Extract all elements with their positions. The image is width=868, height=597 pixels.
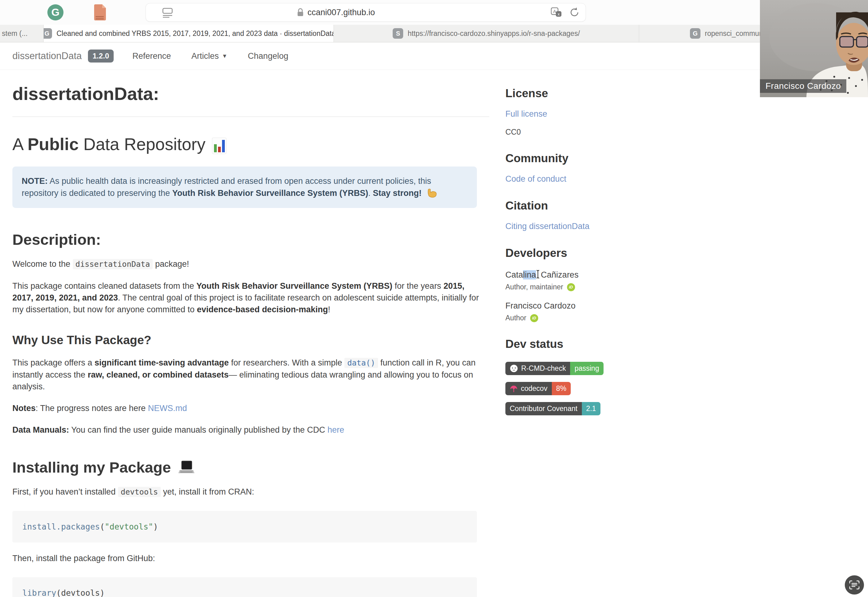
version-badge: 1.2.0 [88, 49, 114, 62]
nav-link-articles[interactable]: Articles▼ [191, 51, 227, 61]
cdc-manuals-link[interactable]: here [328, 425, 344, 435]
tab-favicon: S [393, 28, 403, 39]
svg-text:A: A [553, 9, 556, 14]
orcid-icon[interactable]: iD [567, 283, 575, 291]
badge-r-cmd-check[interactable]: R-CMD-check passing [505, 362, 603, 375]
code-block-install-devtools: install.packages("devtools") [12, 511, 477, 542]
full-license-link[interactable]: Full license [505, 109, 648, 119]
muscle-icon [426, 189, 437, 198]
tab-label: stem (... [2, 30, 28, 38]
citing-link[interactable]: Citing dissertationData [505, 221, 648, 231]
url-display: ccani007.github.io [297, 3, 375, 21]
tab-favicon: G [690, 28, 700, 39]
readme-main: dissertationData: A Public Data Reposito… [12, 70, 489, 597]
webcam-overlay: Francisco Cardozo [760, 0, 868, 97]
github-icon [510, 364, 518, 373]
code-block-install-github: library(devtools) install_github("ccani0… [12, 577, 477, 597]
tab-shinyapps[interactable]: S https://francisco-cardozo.shinyapps.io… [334, 25, 639, 42]
scan-icon [849, 580, 860, 590]
notes-line: Notes: The progress notes are here NEWS.… [12, 402, 486, 414]
developer-role: Author iD [505, 314, 648, 322]
badge-contributor-covenant[interactable]: Contributor Covenant 2.1 [505, 402, 600, 415]
site-brand[interactable]: dissertationData [12, 50, 82, 62]
codecov-icon [510, 385, 518, 393]
webcam-name-label: Francisco Cardozo [760, 79, 846, 93]
inline-code: data() [344, 358, 378, 368]
note-callout: NOTE: As public health data is increasin… [12, 166, 477, 208]
inline-code: dissertationData [73, 259, 153, 269]
citation-heading: Citation [505, 199, 648, 212]
svg-text:G: G [51, 6, 60, 18]
developer-name: Francisco Cardozo [505, 301, 648, 311]
data-manuals-line: Data Manuals: You can find the user guid… [12, 424, 486, 436]
dev-status-heading: Dev status [505, 338, 648, 350]
inline-code: devtools [118, 487, 161, 497]
grammarly-extension-icon[interactable]: G [47, 4, 64, 22]
developers-heading: Developers [505, 247, 648, 260]
tab-label: https://francisco-cardozo.shinyapps.io/r… [408, 30, 580, 38]
page-layout-icon[interactable] [162, 8, 173, 19]
nav-link-changelog[interactable]: Changelog [248, 51, 288, 61]
document-extension-icon[interactable] [93, 4, 107, 22]
tab-leftmost-partial[interactable]: stem (... [0, 25, 44, 42]
url-text: ccani007.github.io [308, 8, 375, 17]
code-of-conduct-link[interactable]: Code of conduct [505, 174, 648, 184]
welcome-paragraph: Welcome to the dissertationData package! [12, 258, 486, 270]
developer-role: Author, maintainer iD [505, 283, 648, 291]
text-selection: lina [523, 270, 536, 279]
install-cran-paragraph: First, if you haven’t installed devtools… [12, 486, 486, 498]
scan-summarize-button[interactable] [845, 575, 864, 594]
community-heading: Community [505, 152, 648, 165]
hero-heading: A Public Data Repository [12, 134, 489, 154]
description-paragraph: This package contains cleaned datasets f… [12, 280, 486, 315]
badge-codecov[interactable]: codecov 8% [505, 382, 571, 395]
sidebar: License Full license CC0 Community Code … [505, 70, 648, 415]
news-link[interactable]: NEWS.md [148, 404, 187, 413]
tab-dissertation-data-active[interactable]: G Cleaned and combined YRBS 2015, 2017, … [44, 25, 334, 42]
page-content: dissertationData: A Public Data Reposito… [0, 70, 868, 597]
developer-name: Catalina Cañizares [505, 270, 648, 280]
screen: G ccani007.github.io [0, 0, 868, 597]
tab-label: Cleaned and combined YRBS 2015, 2017, 20… [57, 30, 334, 38]
lock-icon [297, 8, 304, 17]
translate-icon[interactable]: A x [551, 7, 562, 17]
orcid-icon[interactable]: iD [530, 314, 538, 322]
installing-heading: Installing my Package [12, 459, 489, 476]
bar-chart-icon [212, 137, 227, 154]
laptop-icon [178, 460, 195, 474]
tab-strip: stem (... G Cleaned and combined YRBS 20… [0, 25, 868, 42]
why-use-paragraph: This package offers a significant time-s… [12, 357, 486, 392]
svg-text:x: x [558, 12, 560, 16]
install-github-paragraph: Then, install the package from GitHub: [12, 552, 486, 564]
description-heading: Description: [12, 231, 489, 248]
browser-toolbar: G ccani007.github.io [0, 0, 868, 25]
license-heading: License [505, 87, 648, 100]
nav-link-reference[interactable]: Reference [132, 51, 171, 61]
why-use-heading: Why Use This Package? [12, 333, 489, 347]
page-title: dissertationData: [12, 83, 489, 104]
license-value: CC0 [505, 128, 648, 137]
divider [12, 116, 489, 117]
tab-favicon: G [44, 28, 52, 39]
reload-icon[interactable] [569, 7, 579, 18]
site-navbar: dissertationData 1.2.0 Reference Article… [0, 42, 868, 70]
address-bar[interactable]: ccani007.github.io A x [146, 3, 586, 22]
chevron-down-icon: ▼ [222, 53, 228, 59]
